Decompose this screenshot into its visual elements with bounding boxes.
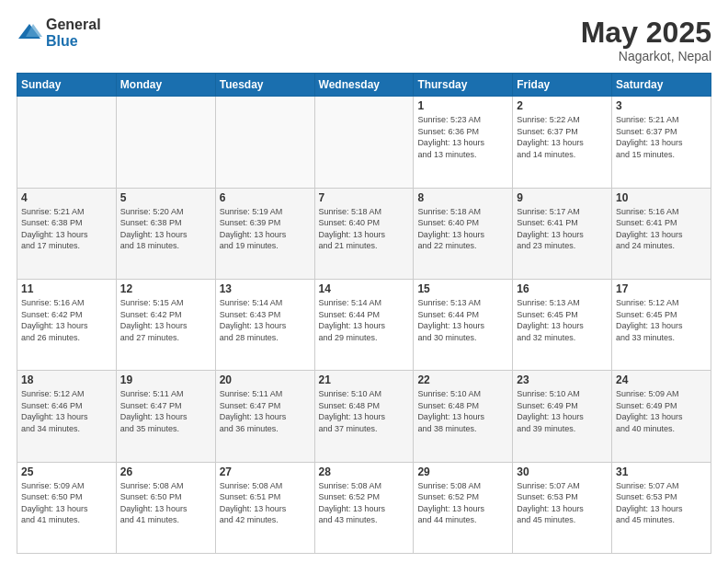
day-number-12: 12 <box>120 282 211 295</box>
day-cell-3-4: 22Sunrise: 5:10 AM Sunset: 6:48 PM Dayli… <box>414 371 513 462</box>
header-friday: Friday <box>513 74 612 97</box>
day-info-27: Sunrise: 5:08 AM Sunset: 6:51 PM Dayligh… <box>220 480 311 526</box>
day-number-3: 3 <box>616 99 707 112</box>
day-cell-4-1: 26Sunrise: 5:08 AM Sunset: 6:50 PM Dayli… <box>116 462 215 553</box>
day-cell-1-1: 5Sunrise: 5:20 AM Sunset: 6:38 PM Daylig… <box>116 188 215 279</box>
day-cell-2-5: 16Sunrise: 5:13 AM Sunset: 6:45 PM Dayli… <box>513 279 612 370</box>
day-number-21: 21 <box>319 373 410 386</box>
day-cell-0-1 <box>116 97 215 188</box>
day-cell-3-5: 23Sunrise: 5:10 AM Sunset: 6:49 PM Dayli… <box>513 371 612 462</box>
header-saturday: Saturday <box>612 74 711 97</box>
logo-icon <box>17 20 42 46</box>
day-cell-2-1: 12Sunrise: 5:15 AM Sunset: 6:42 PM Dayli… <box>116 279 215 370</box>
logo-general: General <box>46 17 101 33</box>
day-number-16: 16 <box>517 282 608 295</box>
day-info-31: Sunrise: 5:07 AM Sunset: 6:53 PM Dayligh… <box>616 480 707 526</box>
day-info-21: Sunrise: 5:10 AM Sunset: 6:48 PM Dayligh… <box>319 388 410 434</box>
day-info-9: Sunrise: 5:17 AM Sunset: 6:41 PM Dayligh… <box>517 206 608 252</box>
day-number-18: 18 <box>21 373 112 386</box>
day-number-24: 24 <box>616 373 707 386</box>
day-info-28: Sunrise: 5:08 AM Sunset: 6:52 PM Dayligh… <box>319 480 410 526</box>
week-row-3: 18Sunrise: 5:12 AM Sunset: 6:46 PM Dayli… <box>17 371 711 462</box>
day-number-29: 29 <box>417 465 508 478</box>
day-cell-2-2: 13Sunrise: 5:14 AM Sunset: 6:43 PM Dayli… <box>215 279 314 370</box>
day-number-31: 31 <box>616 465 707 478</box>
day-cell-4-4: 29Sunrise: 5:08 AM Sunset: 6:52 PM Dayli… <box>414 462 513 553</box>
day-number-4: 4 <box>21 191 112 204</box>
day-cell-3-2: 20Sunrise: 5:11 AM Sunset: 6:47 PM Dayli… <box>215 371 314 462</box>
day-cell-4-0: 25Sunrise: 5:09 AM Sunset: 6:50 PM Dayli… <box>17 462 117 553</box>
day-number-2: 2 <box>517 99 608 112</box>
day-info-5: Sunrise: 5:20 AM Sunset: 6:38 PM Dayligh… <box>120 206 211 252</box>
day-number-15: 15 <box>417 282 508 295</box>
day-info-30: Sunrise: 5:07 AM Sunset: 6:53 PM Dayligh… <box>517 480 608 526</box>
day-number-10: 10 <box>616 191 707 204</box>
day-info-13: Sunrise: 5:14 AM Sunset: 6:43 PM Dayligh… <box>220 297 311 343</box>
day-cell-4-2: 27Sunrise: 5:08 AM Sunset: 6:51 PM Dayli… <box>215 462 314 553</box>
day-info-16: Sunrise: 5:13 AM Sunset: 6:45 PM Dayligh… <box>517 297 608 343</box>
day-number-7: 7 <box>319 191 410 204</box>
day-cell-3-3: 21Sunrise: 5:10 AM Sunset: 6:48 PM Dayli… <box>314 371 414 462</box>
day-number-23: 23 <box>517 373 608 386</box>
header-monday: Monday <box>116 74 215 97</box>
day-number-26: 26 <box>120 465 211 478</box>
header: General Blue May 2025 Nagarkot, Nepal <box>17 17 711 63</box>
day-cell-3-6: 24Sunrise: 5:09 AM Sunset: 6:49 PM Dayli… <box>612 371 711 462</box>
day-info-15: Sunrise: 5:13 AM Sunset: 6:44 PM Dayligh… <box>417 297 508 343</box>
day-info-2: Sunrise: 5:22 AM Sunset: 6:37 PM Dayligh… <box>517 114 608 160</box>
day-cell-1-6: 10Sunrise: 5:16 AM Sunset: 6:41 PM Dayli… <box>612 188 711 279</box>
day-cell-4-3: 28Sunrise: 5:08 AM Sunset: 6:52 PM Dayli… <box>314 462 414 553</box>
header-wednesday: Wednesday <box>314 74 414 97</box>
logo: General Blue <box>17 17 101 49</box>
day-number-13: 13 <box>220 282 311 295</box>
day-info-24: Sunrise: 5:09 AM Sunset: 6:49 PM Dayligh… <box>616 388 707 434</box>
day-number-25: 25 <box>21 465 112 478</box>
day-cell-2-0: 11Sunrise: 5:16 AM Sunset: 6:42 PM Dayli… <box>17 279 117 370</box>
logo-blue: Blue <box>46 33 101 50</box>
day-cell-0-4: 1Sunrise: 5:23 AM Sunset: 6:36 PM Daylig… <box>414 97 513 188</box>
day-number-22: 22 <box>417 373 508 386</box>
day-cell-2-4: 15Sunrise: 5:13 AM Sunset: 6:44 PM Dayli… <box>414 279 513 370</box>
day-number-6: 6 <box>220 191 311 204</box>
day-cell-3-0: 18Sunrise: 5:12 AM Sunset: 6:46 PM Dayli… <box>17 371 117 462</box>
day-number-30: 30 <box>517 465 608 478</box>
day-info-25: Sunrise: 5:09 AM Sunset: 6:50 PM Dayligh… <box>21 480 112 526</box>
location: Nagarkot, Nepal <box>581 49 711 63</box>
day-info-10: Sunrise: 5:16 AM Sunset: 6:41 PM Dayligh… <box>616 206 707 252</box>
day-info-18: Sunrise: 5:12 AM Sunset: 6:46 PM Dayligh… <box>21 388 112 434</box>
logo-text: General Blue <box>46 17 101 49</box>
calendar: Sunday Monday Tuesday Wednesday Thursday… <box>17 73 711 554</box>
day-number-11: 11 <box>21 282 112 295</box>
header-tuesday: Tuesday <box>215 74 314 97</box>
day-cell-1-5: 9Sunrise: 5:17 AM Sunset: 6:41 PM Daylig… <box>513 188 612 279</box>
day-cell-4-5: 30Sunrise: 5:07 AM Sunset: 6:53 PM Dayli… <box>513 462 612 553</box>
day-info-4: Sunrise: 5:21 AM Sunset: 6:38 PM Dayligh… <box>21 206 112 252</box>
header-thursday: Thursday <box>414 74 513 97</box>
day-number-1: 1 <box>417 99 508 112</box>
day-cell-0-6: 3Sunrise: 5:21 AM Sunset: 6:37 PM Daylig… <box>612 97 711 188</box>
day-cell-2-6: 17Sunrise: 5:12 AM Sunset: 6:45 PM Dayli… <box>612 279 711 370</box>
day-cell-0-0 <box>17 97 117 188</box>
day-number-5: 5 <box>120 191 211 204</box>
day-info-29: Sunrise: 5:08 AM Sunset: 6:52 PM Dayligh… <box>417 480 508 526</box>
day-info-23: Sunrise: 5:10 AM Sunset: 6:49 PM Dayligh… <box>517 388 608 434</box>
week-row-4: 25Sunrise: 5:09 AM Sunset: 6:50 PM Dayli… <box>17 462 711 553</box>
day-number-8: 8 <box>417 191 508 204</box>
day-cell-0-2 <box>215 97 314 188</box>
day-info-20: Sunrise: 5:11 AM Sunset: 6:47 PM Dayligh… <box>220 388 311 434</box>
day-cell-1-0: 4Sunrise: 5:21 AM Sunset: 6:38 PM Daylig… <box>17 188 117 279</box>
day-info-12: Sunrise: 5:15 AM Sunset: 6:42 PM Dayligh… <box>120 297 211 343</box>
day-number-9: 9 <box>517 191 608 204</box>
day-info-7: Sunrise: 5:18 AM Sunset: 6:40 PM Dayligh… <box>319 206 410 252</box>
day-info-22: Sunrise: 5:10 AM Sunset: 6:48 PM Dayligh… <box>417 388 508 434</box>
day-cell-1-3: 7Sunrise: 5:18 AM Sunset: 6:40 PM Daylig… <box>314 188 414 279</box>
title-area: May 2025 Nagarkot, Nepal <box>581 17 711 63</box>
day-number-14: 14 <box>319 282 410 295</box>
day-info-11: Sunrise: 5:16 AM Sunset: 6:42 PM Dayligh… <box>21 297 112 343</box>
calendar-header-row: Sunday Monday Tuesday Wednesday Thursday… <box>17 74 711 97</box>
week-row-2: 11Sunrise: 5:16 AM Sunset: 6:42 PM Dayli… <box>17 279 711 370</box>
day-cell-3-1: 19Sunrise: 5:11 AM Sunset: 6:47 PM Dayli… <box>116 371 215 462</box>
day-cell-0-3 <box>314 97 414 188</box>
day-info-19: Sunrise: 5:11 AM Sunset: 6:47 PM Dayligh… <box>120 388 211 434</box>
page: General Blue May 2025 Nagarkot, Nepal Su… <box>0 0 728 563</box>
